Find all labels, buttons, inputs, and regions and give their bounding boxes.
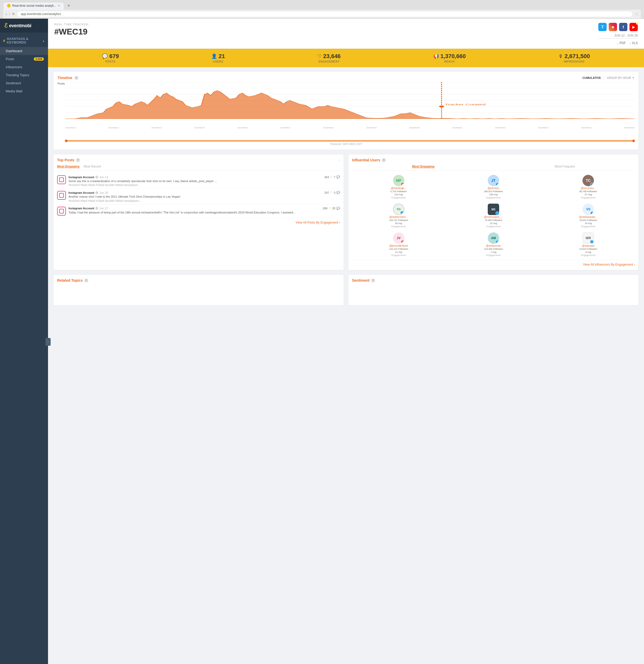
sidebar-item-sentiment[interactable]: Sentiment bbox=[0, 79, 48, 87]
influencer-item-3: TC 𝕋 @torrucotu... 96,768 Followers 67 A… bbox=[542, 173, 635, 201]
sidebar: ℰ eventmobi # Hashtags & Keywords ▲ Dash… bbox=[0, 19, 48, 664]
influencer-1-avg: 125 Avg bbox=[394, 193, 403, 196]
most-recent-tab[interactable]: Most Recent bbox=[84, 165, 101, 168]
post-1-date: Jun 13 bbox=[99, 175, 108, 179]
influencer-3-avatar[interactable]: TC 𝕋 bbox=[583, 175, 594, 186]
range-handle-right[interactable] bbox=[632, 140, 635, 142]
view-all-posts[interactable]: View All Posts By Engagement › bbox=[57, 218, 340, 224]
most-frequent-tab[interactable]: Most Frequent bbox=[555, 165, 575, 168]
impressions-stat-label: IMPRESSIONS bbox=[558, 60, 590, 63]
sidebar-item-mediawall[interactable]: Media Wall bbox=[0, 87, 48, 95]
view-all-posts-link[interactable]: View All Posts By Engagement › bbox=[296, 221, 340, 224]
influencer-5-handle[interactable]: @motorsport_... bbox=[484, 215, 503, 219]
cumulative-control[interactable]: CUMULATIVE bbox=[583, 76, 601, 79]
stat-users: 👤 21 USERS bbox=[211, 53, 225, 63]
reach-value: 1,370,660 bbox=[441, 53, 466, 60]
influencer-8-handle[interactable]: @ambermac bbox=[486, 244, 501, 247]
influencer-5-avatar[interactable]: MS 𝕋 bbox=[488, 204, 499, 215]
influencer-2-handle[interactable]: @johntory bbox=[487, 187, 499, 190]
post-3-platform-icon bbox=[57, 207, 66, 215]
youtube-icon[interactable]: ▶ bbox=[629, 23, 638, 31]
influencer-6-avg-label: Engagements bbox=[581, 225, 596, 228]
influencers-info-icon[interactable]: ? bbox=[382, 158, 386, 162]
sidebar-collapse-handle[interactable]: ‹ bbox=[45, 338, 51, 346]
influencer-7-handle[interactable]: @jennvalentyne bbox=[389, 244, 408, 247]
influencer-2-avatar[interactable]: JT 𝕋 bbox=[488, 175, 499, 186]
timeline-info-icon[interactable]: ? bbox=[75, 76, 78, 80]
most-engaging-users-tab[interactable]: Most Engaging bbox=[412, 165, 435, 168]
post-1-platform-icon bbox=[57, 175, 66, 184]
facebook-icon[interactable]: f bbox=[619, 23, 627, 31]
influencer-1-handle[interactable]: @meetingp... bbox=[391, 187, 406, 190]
top-posts-info-icon[interactable]: ? bbox=[76, 158, 80, 162]
new-tab-button[interactable]: + bbox=[65, 2, 72, 9]
header-right: 𝕋 ◉ f ▶ JUN 12 - JUN 26 ↓ PDF ↓ bbox=[598, 23, 638, 45]
heart-icon-1: ♡ bbox=[330, 175, 333, 179]
active-tab[interactable]: Real-time social media analyti... ✕ bbox=[3, 2, 64, 9]
influencer-4-avatar[interactable]: TO 𝕋 bbox=[393, 204, 404, 215]
xls-label: XLS bbox=[632, 41, 638, 45]
pdf-export-button[interactable]: ↓ PDF bbox=[617, 41, 626, 45]
sidebar-item-trending[interactable]: Trending Topics bbox=[0, 71, 48, 79]
influencer-9-avatar[interactable]: WR 𝕋 bbox=[583, 232, 594, 244]
close-tab-icon[interactable]: ✕ bbox=[58, 4, 60, 7]
influencer-item-1: MP ◉ @meetingp... 5,753 Followers 125 Av… bbox=[352, 173, 445, 201]
related-topics-info-icon[interactable]: ? bbox=[84, 278, 88, 283]
stat-impressions: 🎙 2,671,500 IMPRESSIONS bbox=[558, 53, 590, 63]
chart-container: Posts 0.0 3.0 6 bbox=[58, 82, 635, 139]
back-button[interactable]: ‹ bbox=[6, 12, 7, 16]
posts-badge: 2,418 bbox=[34, 57, 44, 61]
influencer-2-avg-label: Engagements bbox=[486, 196, 501, 199]
xls-export-button[interactable]: ↓ XLS bbox=[629, 41, 638, 45]
influencer-7-avatar[interactable]: JV ◉ bbox=[393, 232, 404, 244]
top-posts-download-icon[interactable]: ↓ bbox=[339, 158, 340, 162]
refresh-button[interactable]: ↻ bbox=[12, 12, 15, 16]
influencer-5-avg: 22 Avg bbox=[490, 222, 497, 225]
instagram-icon[interactable]: ◉ bbox=[609, 23, 617, 31]
logo-text: eventmobi bbox=[9, 23, 32, 28]
download-pdf-icon: ↓ bbox=[617, 41, 619, 45]
sidebar-item-posts[interactable]: Posts 2,418 bbox=[0, 55, 48, 63]
sidebar-item-dashboard[interactable]: Dashboard bbox=[0, 47, 48, 55]
forward-button[interactable]: › bbox=[9, 12, 11, 16]
sidebar-item-influencers[interactable]: Influencers bbox=[0, 63, 48, 71]
timeline-panel-header: Timeline ? CUMULATIVE | GROUP BY HOUR ▼ bbox=[58, 76, 635, 80]
app-container: ℰ eventmobi # Hashtags & Keywords ▲ Dash… bbox=[0, 19, 644, 664]
influencer-6-handle[interactable]: @visitsaskato... bbox=[579, 215, 597, 219]
influencer-3-avg-label: Engagements bbox=[581, 196, 596, 199]
influencer-1-avatar[interactable]: MP ◉ bbox=[393, 175, 404, 186]
social-icons-group: 𝕋 ◉ f ▶ bbox=[598, 23, 638, 31]
influencer-8-avatar[interactable]: AM 𝕋 bbox=[488, 232, 499, 244]
post-1-content: Instagram Account i Jun 13 363 ♡ 7 💬 bbox=[68, 175, 340, 186]
view-all-influencers[interactable]: View All Influencers By Engagement › bbox=[352, 260, 635, 266]
influencer-6-avatar[interactable]: VS 𝕋 bbox=[583, 204, 594, 215]
group-by-control[interactable]: GROUP BY HOUR ▼ bbox=[607, 76, 635, 79]
sentiment-info-icon[interactable]: ? bbox=[371, 278, 375, 283]
users-icon: 👤 bbox=[211, 54, 217, 59]
influencer-3-handle[interactable]: @torrucotu... bbox=[581, 187, 596, 190]
bookmark-button[interactable]: ☆ bbox=[635, 12, 638, 16]
sidebar-section-header[interactable]: # Hashtags & Keywords ▲ bbox=[0, 35, 48, 47]
range-handle-left[interactable] bbox=[65, 140, 67, 142]
address-input[interactable] bbox=[17, 11, 633, 17]
dashboard-label: Dashboard bbox=[6, 49, 22, 53]
influencer-7-avg-label: Engagements bbox=[391, 254, 406, 256]
influencer-9-handle[interactable]: @wayrape bbox=[582, 244, 595, 247]
view-all-influencers-link[interactable]: View All Influencers By Engagement › bbox=[583, 263, 635, 266]
twitter-icon[interactable]: 𝕋 bbox=[598, 23, 607, 31]
sentiment-label: Sentiment bbox=[6, 81, 21, 85]
timeline-title: Timeline bbox=[58, 76, 73, 80]
timeline-panel: Timeline ? CUMULATIVE | GROUP BY HOUR ▼ bbox=[53, 71, 639, 150]
post-1-info-icon: i bbox=[95, 175, 98, 179]
impressions-value: 2,671,500 bbox=[565, 53, 590, 60]
top-posts-header: Top Posts ? ↓ bbox=[57, 158, 340, 162]
most-engaging-tab[interactable]: Most Engaging bbox=[57, 165, 79, 168]
post-2-text: Another masse shot I rode to the 2011 Ul… bbox=[68, 195, 340, 199]
influencer-4-handle[interactable]: @seetoronton... bbox=[389, 215, 408, 219]
influencer-1-followers: 5,753 Followers bbox=[390, 190, 407, 193]
influencers-title: Influential Users bbox=[352, 158, 380, 162]
post-3-likes: 266 bbox=[323, 207, 327, 210]
mediawall-label: Media Wall bbox=[6, 89, 22, 93]
timeline-range-bar[interactable] bbox=[65, 140, 635, 142]
post-item-2: Instagram Account i Jun 20 297 ♡ 3 💬 bbox=[57, 189, 340, 204]
